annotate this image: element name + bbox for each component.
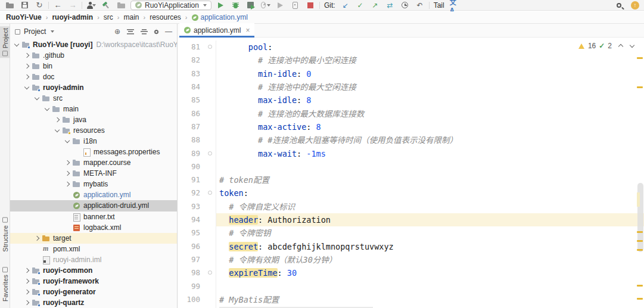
fold-marker-icon[interactable] [208,151,212,155]
tree-item-ruoyi-generator[interactable]: ruoyi-generator [10,287,177,297]
user-profile-icon[interactable] [86,1,96,10]
close-tab-icon[interactable]: × [245,26,250,35]
editor-line-87[interactable]: 87 max-active: 8 [178,120,644,133]
editor-line-85[interactable]: 85 max-idle: 8 [178,94,644,107]
git-push-icon[interactable]: ↗ [371,1,380,10]
git-update-icon[interactable]: ↙ [341,1,350,10]
chevron-right-icon[interactable] [64,170,72,177]
history-clock-icon[interactable] [400,1,410,10]
update-available-icon[interactable]: ↑ [631,1,639,10]
code-text[interactable]: token: [216,186,644,200]
code-text[interactable]: # MyBatis配置 [216,293,644,306]
editor-line-96[interactable]: 96 secret: abcdefghijklmnopqrstuvwxyz [178,240,644,253]
chevron-right-icon[interactable] [23,288,32,295]
tool-window-tab-project[interactable]: Project [0,26,10,58]
chevron-right-icon[interactable] [23,52,32,59]
chevron-down-icon[interactable] [43,105,52,113]
tail-button[interactable]: Tail [434,1,444,10]
tree-item-bin[interactable]: bin [10,61,177,71]
breadcrumb-item-src[interactable]: src [104,13,113,21]
chevron-right-icon[interactable] [23,267,32,274]
code-text[interactable] [216,280,644,293]
editor-line-100[interactable]: 100# MyBatis配置 [178,293,644,306]
forward-icon[interactable]: → [68,1,77,10]
code-text[interactable]: header: Authorization [216,213,644,226]
editor-line-89[interactable]: 89 max-wait: -1ms [178,147,644,160]
editor-line-82[interactable]: 82 # 连接池中的最小空闲连接 [178,54,644,67]
tree-item-src[interactable]: src [10,93,177,104]
collapse-all-icon[interactable] [141,29,148,35]
tree-item-mybatis[interactable]: mybatis [10,179,177,189]
editor-line-92[interactable]: 92token: [178,186,644,200]
inspections-widget[interactable]: 16 ✓ 2 [578,42,634,50]
editor-line-83[interactable]: 83 min-idle: 0 [178,67,644,80]
editor-line-90[interactable]: 90 [178,160,644,173]
tree-item-doc[interactable]: doc [10,71,177,82]
project-panel-title[interactable]: Project [24,27,46,36]
editor-line-98[interactable]: 98 expireTime: 30 [178,266,644,279]
save-icon[interactable] [20,1,29,10]
editor-line-88[interactable]: 88 # #连接池最大阻塞等待时间（使用负值表示没有限制） [178,133,644,147]
chevron-right-icon[interactable] [33,235,42,242]
stripe-warning-mark[interactable] [637,249,643,251]
tree-item-application-druid.yml[interactable]: application-druid.yml [10,200,177,211]
tree-item-main[interactable]: main [10,104,177,114]
code-text[interactable] [216,160,644,173]
code-area[interactable]: 81 pool:82 # 连接池中的最小空闲连接83 min-idle: 084… [178,38,644,308]
fold-marker-icon[interactable] [208,45,212,49]
translate-icon[interactable]: 文A [450,1,459,10]
code-text[interactable]: # 连接池中的最小空闲连接 [216,54,644,67]
code-text[interactable]: max-wait: -1ms [216,147,644,160]
run-configuration-select[interactable]: RuoYiApplication [130,1,211,10]
tree-item-.github[interactable]: .github [10,50,177,61]
stripe-warning-mark[interactable] [637,285,643,287]
tree-item-ruoyi-admin[interactable]: ruoyi-admin [10,82,177,93]
chevron-right-icon[interactable] [64,181,72,188]
editor-line-97[interactable]: 97 # 令牌有效期（默认30分钟） [178,253,644,266]
git-cherry-pick-icon[interactable]: ⇄ [385,1,395,10]
tree-item-resources[interactable]: resources [10,125,177,136]
chevron-right-icon[interactable] [23,63,32,70]
chevron-right-icon[interactable] [54,116,62,123]
tree-item-ruoyi-quartz[interactable]: ruoyi-quartz [10,297,177,308]
tree-item-pom.xml[interactable]: pom.xml [10,244,177,254]
run-disabled-button[interactable] [276,1,285,10]
rollback-icon[interactable]: ↶ [415,1,425,10]
editor-line-95[interactable]: 95 # 令牌密钥 [178,226,644,239]
stripe-warning-mark[interactable] [637,57,643,59]
editor-tab-application-yml[interactable]: application.yml × [179,23,254,37]
code-text[interactable]: # 连接池的最大数据库连接数 [216,107,644,120]
chevron-right-icon[interactable] [64,159,72,166]
tree-item-java[interactable]: java [10,114,177,125]
next-issue-icon[interactable] [630,43,634,48]
chevron-right-icon[interactable] [23,73,32,80]
editor-line-94[interactable]: 94 header: Authorization [178,213,644,226]
stop-button[interactable] [306,1,315,10]
tool-window-tab-favorites[interactable]: Favorites [0,265,10,303]
chevron-right-icon[interactable] [23,278,32,285]
stripe-warning-mark[interactable] [637,298,643,300]
stripe-warning-mark[interactable] [637,86,643,88]
code-text[interactable]: secret: abcdefghijklmnopqrstuvwxyz [216,240,644,253]
chevron-down-icon[interactable] [51,30,54,33]
chevron-down-icon[interactable] [64,138,72,145]
settings-gear-icon[interactable] [154,30,158,34]
breadcrumb-item-resources[interactable]: resources [150,13,181,21]
attach-debugger-button[interactable] [291,1,300,10]
editor-line-84[interactable]: 84 # 连接池中的最大空闲连接 [178,80,644,94]
modules-folder-icon[interactable] [116,1,126,10]
back-icon[interactable]: ← [53,1,63,10]
tree-item-ruoyi-framework[interactable]: ruoyi-framework [10,276,177,287]
tree-item-logback.xml[interactable]: logback.xml [10,222,177,233]
editor-line-86[interactable]: 86 # 连接池的最大数据库连接数 [178,107,644,120]
build-hammer-icon[interactable] [101,1,111,10]
fold-marker-icon[interactable] [208,191,212,195]
open-icon[interactable] [5,1,14,10]
tree-item-ruoyi-admin.iml[interactable]: ruoyi-admin.iml [10,254,177,265]
editor-line-91[interactable]: 91# token配置 [178,173,644,186]
tree-item-banner.txt[interactable]: banner.txt [10,211,177,222]
chevron-down-icon[interactable] [33,95,42,102]
editor-line-93[interactable]: 93 # 令牌自定义标识 [178,200,644,213]
chevron-down-icon[interactable] [13,41,21,48]
debug-button[interactable] [231,1,241,10]
